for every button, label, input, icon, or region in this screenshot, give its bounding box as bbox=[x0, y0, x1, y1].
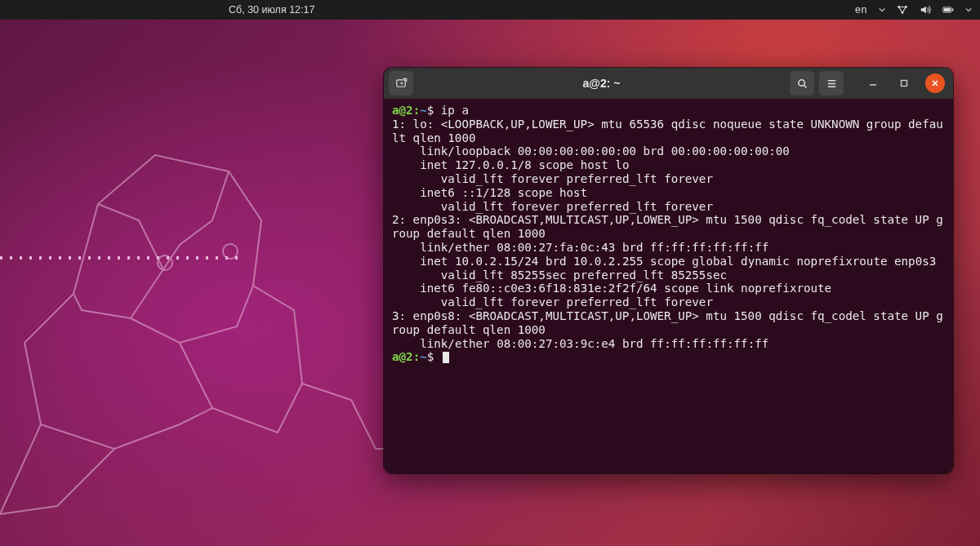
minimize-icon bbox=[869, 79, 877, 87]
network-icon[interactable] bbox=[897, 4, 908, 16]
terminal-titlebar[interactable]: a@2: ~ bbox=[384, 68, 953, 99]
svg-rect-4 bbox=[944, 8, 951, 11]
topbar-indicators[interactable]: en bbox=[855, 4, 972, 16]
new-tab-button[interactable] bbox=[389, 71, 413, 95]
svg-point-9 bbox=[798, 79, 804, 86]
wallpaper-fossa-art bbox=[0, 98, 425, 522]
hamburger-menu-button[interactable] bbox=[819, 71, 844, 95]
terminal-command: ip a bbox=[441, 104, 469, 117]
terminal-window: a@2: ~ a@2:~$ ip a 1: lo: <LOOPBACK,UP,L… bbox=[384, 68, 953, 473]
chevron-down-icon bbox=[965, 7, 972, 13]
keyboard-layout-indicator[interactable]: en bbox=[855, 4, 867, 16]
search-icon bbox=[796, 78, 808, 90]
menu-icon bbox=[826, 78, 838, 90]
topbar-datetime[interactable]: Сб, 30 июля 12:17 bbox=[229, 4, 314, 16]
gnome-topbar: Сб, 30 июля 12:17 en bbox=[0, 0, 980, 20]
svg-rect-10 bbox=[902, 81, 907, 87]
window-close-button[interactable] bbox=[925, 73, 945, 93]
volume-icon[interactable] bbox=[920, 4, 931, 16]
terminal-output: 1: lo: <LOOPBACK,UP,LOWER_UP> mtu 65536 … bbox=[392, 118, 943, 350]
chevron-down-icon bbox=[879, 7, 885, 13]
prompt-path: ~ bbox=[420, 104, 427, 117]
window-title: a@2: ~ bbox=[418, 77, 785, 90]
maximize-icon bbox=[900, 79, 908, 87]
terminal-body[interactable]: a@2:~$ ip a 1: lo: <LOOPBACK,UP,LOWER_UP… bbox=[384, 99, 953, 473]
terminal-cursor bbox=[443, 352, 449, 363]
prompt-user: a@2 bbox=[392, 104, 413, 117]
search-button[interactable] bbox=[790, 71, 814, 95]
window-maximize-button[interactable] bbox=[894, 73, 914, 93]
window-minimize-button[interactable] bbox=[863, 73, 883, 93]
svg-rect-5 bbox=[952, 8, 954, 11]
wallpaper-dots bbox=[0, 256, 245, 260]
close-icon bbox=[931, 79, 939, 87]
battery-icon[interactable] bbox=[942, 4, 954, 16]
